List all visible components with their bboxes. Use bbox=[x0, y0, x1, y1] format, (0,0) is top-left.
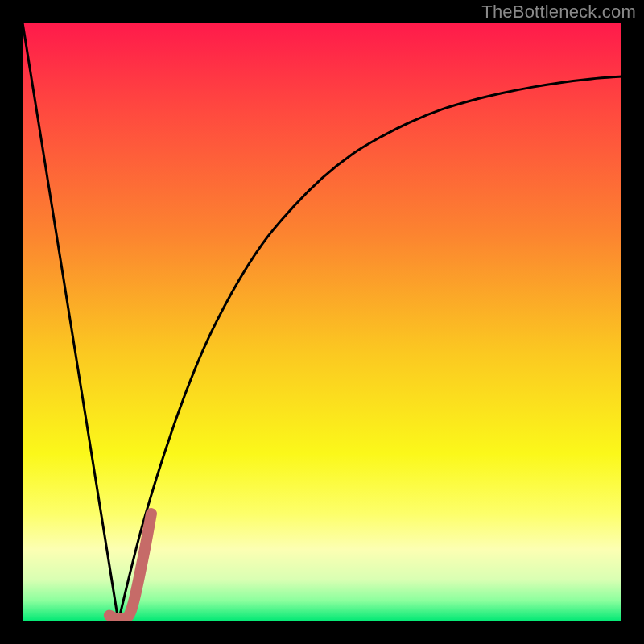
right-branch bbox=[118, 76, 621, 621]
chart-frame: TheBottleneck.com bbox=[0, 0, 644, 644]
plot-area bbox=[23, 23, 621, 621]
watermark-text: TheBottleneck.com bbox=[481, 2, 636, 23]
left-branch bbox=[23, 23, 118, 621]
curve-layer bbox=[23, 23, 621, 621]
